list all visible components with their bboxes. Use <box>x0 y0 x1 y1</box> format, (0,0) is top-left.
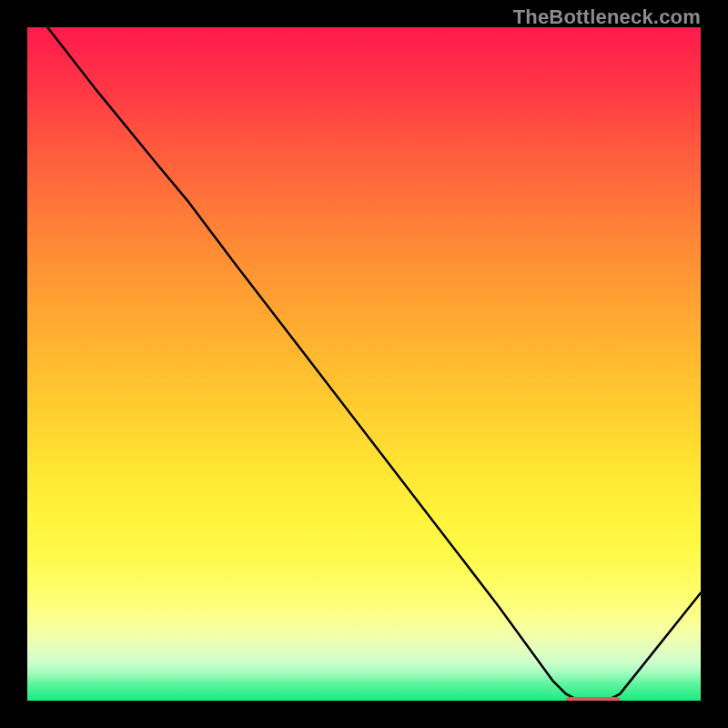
bottleneck-curve <box>47 27 701 701</box>
curve-group <box>47 27 701 701</box>
attribution-text: TheBottleneck.com <box>513 5 701 29</box>
chart-frame: TheBottleneck.com <box>0 0 728 728</box>
optimum-marker <box>566 697 620 701</box>
chart-svg <box>27 27 701 701</box>
plot-area <box>27 27 701 701</box>
